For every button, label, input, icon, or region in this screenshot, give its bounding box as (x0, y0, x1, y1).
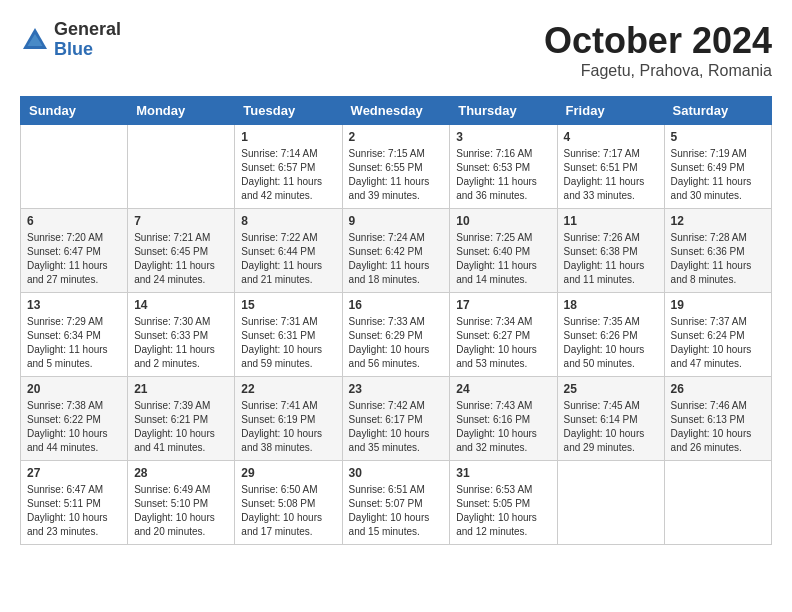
cell-content: Sunrise: 7:17 AM Sunset: 6:51 PM Dayligh… (564, 147, 658, 203)
day-number: 31 (456, 466, 550, 480)
day-number: 20 (27, 382, 121, 396)
day-number: 10 (456, 214, 550, 228)
cell-content: Sunrise: 7:26 AM Sunset: 6:38 PM Dayligh… (564, 231, 658, 287)
day-number: 1 (241, 130, 335, 144)
day-number: 11 (564, 214, 658, 228)
cell-content: Sunrise: 7:24 AM Sunset: 6:42 PM Dayligh… (349, 231, 444, 287)
col-header-saturday: Saturday (664, 97, 771, 125)
calendar-cell: 18Sunrise: 7:35 AM Sunset: 6:26 PM Dayli… (557, 293, 664, 377)
cell-content: Sunrise: 7:33 AM Sunset: 6:29 PM Dayligh… (349, 315, 444, 371)
calendar-week-row: 27Sunrise: 6:47 AM Sunset: 5:11 PM Dayli… (21, 461, 772, 545)
calendar-header-row: SundayMondayTuesdayWednesdayThursdayFrid… (21, 97, 772, 125)
calendar-cell: 27Sunrise: 6:47 AM Sunset: 5:11 PM Dayli… (21, 461, 128, 545)
cell-content: Sunrise: 7:45 AM Sunset: 6:14 PM Dayligh… (564, 399, 658, 455)
day-number: 12 (671, 214, 765, 228)
cell-content: Sunrise: 7:19 AM Sunset: 6:49 PM Dayligh… (671, 147, 765, 203)
day-number: 13 (27, 298, 121, 312)
cell-content: Sunrise: 6:49 AM Sunset: 5:10 PM Dayligh… (134, 483, 228, 539)
day-number: 23 (349, 382, 444, 396)
cell-content: Sunrise: 7:16 AM Sunset: 6:53 PM Dayligh… (456, 147, 550, 203)
day-number: 9 (349, 214, 444, 228)
calendar-cell: 23Sunrise: 7:42 AM Sunset: 6:17 PM Dayli… (342, 377, 450, 461)
day-number: 3 (456, 130, 550, 144)
calendar-cell: 1Sunrise: 7:14 AM Sunset: 6:57 PM Daylig… (235, 125, 342, 209)
calendar-cell: 31Sunrise: 6:53 AM Sunset: 5:05 PM Dayli… (450, 461, 557, 545)
cell-content: Sunrise: 7:15 AM Sunset: 6:55 PM Dayligh… (349, 147, 444, 203)
day-number: 26 (671, 382, 765, 396)
calendar-cell: 30Sunrise: 6:51 AM Sunset: 5:07 PM Dayli… (342, 461, 450, 545)
calendar-cell: 6Sunrise: 7:20 AM Sunset: 6:47 PM Daylig… (21, 209, 128, 293)
day-number: 30 (349, 466, 444, 480)
cell-content: Sunrise: 7:38 AM Sunset: 6:22 PM Dayligh… (27, 399, 121, 455)
day-number: 27 (27, 466, 121, 480)
day-number: 29 (241, 466, 335, 480)
col-header-tuesday: Tuesday (235, 97, 342, 125)
calendar-cell: 4Sunrise: 7:17 AM Sunset: 6:51 PM Daylig… (557, 125, 664, 209)
day-number: 15 (241, 298, 335, 312)
day-number: 6 (27, 214, 121, 228)
calendar-cell: 12Sunrise: 7:28 AM Sunset: 6:36 PM Dayli… (664, 209, 771, 293)
calendar-cell: 10Sunrise: 7:25 AM Sunset: 6:40 PM Dayli… (450, 209, 557, 293)
calendar-cell: 9Sunrise: 7:24 AM Sunset: 6:42 PM Daylig… (342, 209, 450, 293)
calendar-cell: 17Sunrise: 7:34 AM Sunset: 6:27 PM Dayli… (450, 293, 557, 377)
logo-general: General (54, 20, 121, 40)
day-number: 8 (241, 214, 335, 228)
cell-content: Sunrise: 7:39 AM Sunset: 6:21 PM Dayligh… (134, 399, 228, 455)
calendar-week-row: 1Sunrise: 7:14 AM Sunset: 6:57 PM Daylig… (21, 125, 772, 209)
col-header-wednesday: Wednesday (342, 97, 450, 125)
day-number: 14 (134, 298, 228, 312)
calendar-cell: 2Sunrise: 7:15 AM Sunset: 6:55 PM Daylig… (342, 125, 450, 209)
col-header-monday: Monday (128, 97, 235, 125)
calendar-cell: 26Sunrise: 7:46 AM Sunset: 6:13 PM Dayli… (664, 377, 771, 461)
cell-content: Sunrise: 7:20 AM Sunset: 6:47 PM Dayligh… (27, 231, 121, 287)
cell-content: Sunrise: 7:42 AM Sunset: 6:17 PM Dayligh… (349, 399, 444, 455)
col-header-sunday: Sunday (21, 97, 128, 125)
calendar-cell: 3Sunrise: 7:16 AM Sunset: 6:53 PM Daylig… (450, 125, 557, 209)
calendar-week-row: 20Sunrise: 7:38 AM Sunset: 6:22 PM Dayli… (21, 377, 772, 461)
day-number: 2 (349, 130, 444, 144)
col-header-thursday: Thursday (450, 97, 557, 125)
calendar-cell: 8Sunrise: 7:22 AM Sunset: 6:44 PM Daylig… (235, 209, 342, 293)
cell-content: Sunrise: 7:21 AM Sunset: 6:45 PM Dayligh… (134, 231, 228, 287)
cell-content: Sunrise: 7:28 AM Sunset: 6:36 PM Dayligh… (671, 231, 765, 287)
day-number: 7 (134, 214, 228, 228)
col-header-friday: Friday (557, 97, 664, 125)
location: Fagetu, Prahova, Romania (544, 62, 772, 80)
logo-icon (20, 25, 50, 55)
calendar-cell: 7Sunrise: 7:21 AM Sunset: 6:45 PM Daylig… (128, 209, 235, 293)
cell-content: Sunrise: 7:29 AM Sunset: 6:34 PM Dayligh… (27, 315, 121, 371)
day-number: 18 (564, 298, 658, 312)
calendar-cell: 22Sunrise: 7:41 AM Sunset: 6:19 PM Dayli… (235, 377, 342, 461)
cell-content: Sunrise: 7:41 AM Sunset: 6:19 PM Dayligh… (241, 399, 335, 455)
calendar-cell: 24Sunrise: 7:43 AM Sunset: 6:16 PM Dayli… (450, 377, 557, 461)
day-number: 16 (349, 298, 444, 312)
cell-content: Sunrise: 7:34 AM Sunset: 6:27 PM Dayligh… (456, 315, 550, 371)
cell-content: Sunrise: 7:30 AM Sunset: 6:33 PM Dayligh… (134, 315, 228, 371)
calendar-cell: 28Sunrise: 6:49 AM Sunset: 5:10 PM Dayli… (128, 461, 235, 545)
day-number: 5 (671, 130, 765, 144)
day-number: 24 (456, 382, 550, 396)
cell-content: Sunrise: 7:43 AM Sunset: 6:16 PM Dayligh… (456, 399, 550, 455)
cell-content: Sunrise: 7:25 AM Sunset: 6:40 PM Dayligh… (456, 231, 550, 287)
calendar-cell: 19Sunrise: 7:37 AM Sunset: 6:24 PM Dayli… (664, 293, 771, 377)
calendar-cell: 13Sunrise: 7:29 AM Sunset: 6:34 PM Dayli… (21, 293, 128, 377)
calendar-week-row: 6Sunrise: 7:20 AM Sunset: 6:47 PM Daylig… (21, 209, 772, 293)
cell-content: Sunrise: 7:14 AM Sunset: 6:57 PM Dayligh… (241, 147, 335, 203)
day-number: 21 (134, 382, 228, 396)
calendar-cell (21, 125, 128, 209)
calendar-cell: 29Sunrise: 6:50 AM Sunset: 5:08 PM Dayli… (235, 461, 342, 545)
calendar-cell: 14Sunrise: 7:30 AM Sunset: 6:33 PM Dayli… (128, 293, 235, 377)
calendar-cell: 25Sunrise: 7:45 AM Sunset: 6:14 PM Dayli… (557, 377, 664, 461)
logo-blue: Blue (54, 40, 121, 60)
calendar-week-row: 13Sunrise: 7:29 AM Sunset: 6:34 PM Dayli… (21, 293, 772, 377)
month-title: October 2024 (544, 20, 772, 62)
cell-content: Sunrise: 6:53 AM Sunset: 5:05 PM Dayligh… (456, 483, 550, 539)
cell-content: Sunrise: 7:31 AM Sunset: 6:31 PM Dayligh… (241, 315, 335, 371)
calendar-cell: 16Sunrise: 7:33 AM Sunset: 6:29 PM Dayli… (342, 293, 450, 377)
page-header: General Blue October 2024 Fagetu, Prahov… (20, 20, 772, 80)
day-number: 19 (671, 298, 765, 312)
cell-content: Sunrise: 7:35 AM Sunset: 6:26 PM Dayligh… (564, 315, 658, 371)
calendar-cell (557, 461, 664, 545)
day-number: 28 (134, 466, 228, 480)
calendar-cell: 21Sunrise: 7:39 AM Sunset: 6:21 PM Dayli… (128, 377, 235, 461)
